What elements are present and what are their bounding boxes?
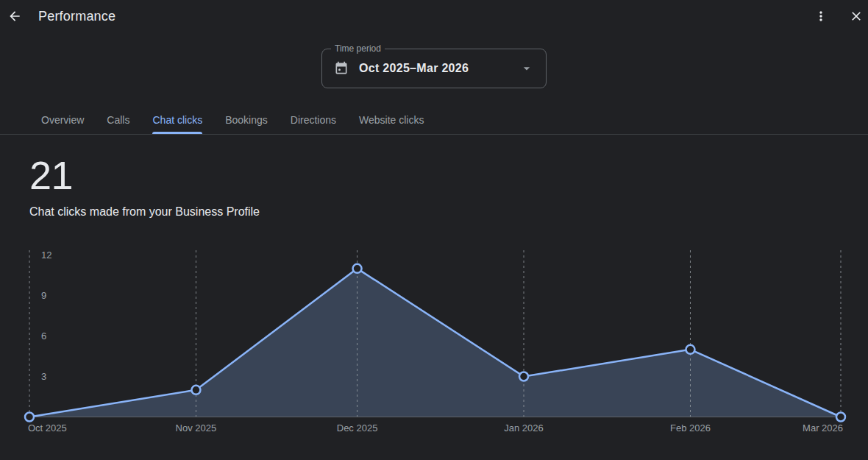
- data-point-nov-2025[interactable]: [191, 386, 200, 394]
- tab-label: Directions: [291, 114, 336, 126]
- tab-bar: OverviewCallsChat clicksBookingsDirectio…: [0, 105, 868, 135]
- tab-chat-clicks[interactable]: Chat clicks: [152, 105, 202, 134]
- tab-calls[interactable]: Calls: [107, 105, 129, 134]
- tab-label: Website clicks: [359, 114, 424, 126]
- data-point-feb-2026[interactable]: [686, 345, 694, 354]
- caret-down-icon: [519, 61, 534, 76]
- app-header: Performance: [0, 0, 868, 32]
- page-title: Performance: [38, 9, 115, 24]
- chat-clicks-chart: 36912Oct 2025Nov 2025Dec 2025Jan 2026Feb…: [0, 247, 868, 460]
- tab-label: Bookings: [225, 114, 268, 126]
- tab-label: Chat clicks: [152, 114, 202, 126]
- time-period-selector[interactable]: Time period Oct 2025–Mar 2026: [321, 49, 547, 88]
- kebab-menu-icon: [814, 9, 828, 24]
- tab-label: Overview: [41, 114, 84, 126]
- time-period-value: Oct 2025–Mar 2026: [359, 62, 469, 75]
- x-tick-label: Nov 2025: [176, 422, 217, 434]
- data-point-mar-2026[interactable]: [836, 413, 845, 422]
- tab-directions[interactable]: Directions: [291, 105, 336, 134]
- metric-description: Chat clicks made from your Business Prof…: [29, 205, 868, 219]
- x-tick-label: Dec 2025: [337, 422, 378, 434]
- area-fill: [29, 269, 841, 417]
- y-tick-label: 12: [41, 250, 51, 261]
- tab-website-clicks[interactable]: Website clicks: [359, 105, 424, 134]
- tab-label: Calls: [107, 114, 129, 126]
- y-tick-label: 9: [41, 290, 46, 301]
- x-tick-label: Feb 2026: [670, 422, 711, 434]
- tab-bookings[interactable]: Bookings: [225, 105, 268, 134]
- arrow-left-icon: [7, 9, 22, 24]
- tab-overview[interactable]: Overview: [41, 105, 84, 134]
- back-button[interactable]: [3, 4, 26, 28]
- x-tick-label: Jan 2026: [504, 422, 544, 434]
- time-period-row: Time period Oct 2025–Mar 2026: [0, 49, 868, 88]
- performance-page: Performance Time period Oct 2025–Mar 202…: [0, 0, 868, 460]
- x-tick-label: Oct 2025: [28, 422, 67, 434]
- close-icon: [849, 9, 864, 24]
- calendar-icon: [334, 61, 349, 76]
- data-point-dec-2025[interactable]: [353, 264, 362, 273]
- active-tab-indicator: [152, 132, 202, 134]
- x-tick-label: Mar 2026: [803, 422, 843, 434]
- data-point-oct-2025[interactable]: [25, 413, 34, 422]
- time-period-label: Time period: [331, 43, 385, 54]
- close-button[interactable]: [844, 4, 868, 28]
- y-tick-label: 3: [41, 371, 46, 382]
- y-tick-label: 6: [41, 330, 46, 342]
- data-point-jan-2026[interactable]: [519, 372, 528, 381]
- metric-section: 21 Chat clicks made from your Business P…: [0, 152, 868, 219]
- overflow-menu-button[interactable]: [809, 4, 833, 28]
- metric-value: 21: [29, 152, 868, 198]
